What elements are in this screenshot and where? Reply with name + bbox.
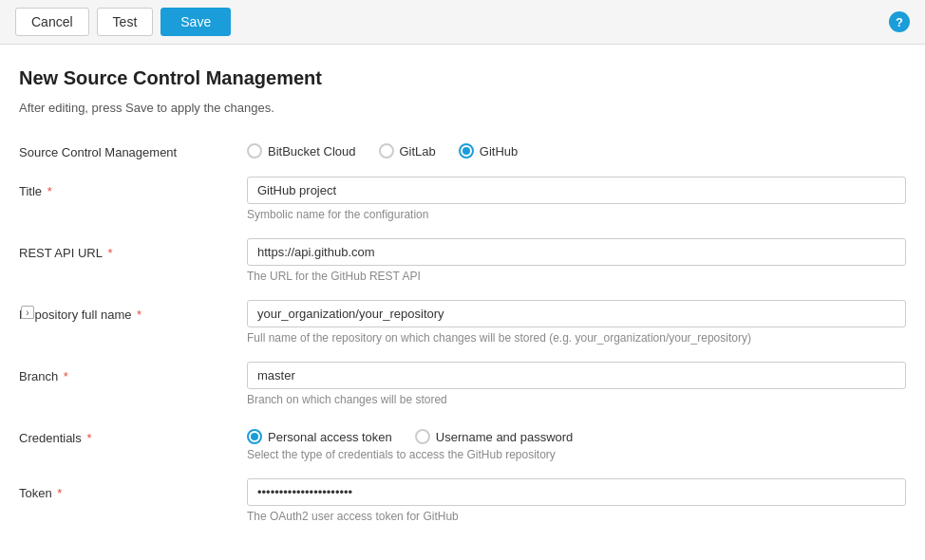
expand-icon[interactable]: › [21,306,34,319]
credentials-label: Credentials * [19,423,247,445]
scm-options: BitBucket Cloud GitLab GitHub [247,138,906,159]
scm-option-github[interactable]: GitHub [459,143,518,159]
title-label: Title * [19,177,247,198]
main-content: New Source Control Management After edit… [0,45,925,560]
page-subtitle: After editing, press Save to apply the c… [19,101,906,115]
rest-api-url-row: REST API URL * The URL for the GitHub RE… [19,238,906,283]
branch-input[interactable] [247,362,906,389]
test-button[interactable]: Test [97,8,154,36]
credentials-label-userpass: Username and password [436,430,574,444]
token-field: The OAuth2 user access token for GitHub [247,478,906,523]
title-field: Symbolic name for the configuration [247,177,906,221]
title-input[interactable] [247,177,906,204]
credentials-radio-pat[interactable] [247,429,262,444]
rest-api-url-label: REST API URL * [19,238,247,260]
repo-fullname-field: Full name of the repository on which cha… [247,300,906,345]
credentials-field: Personal access token Username and passw… [247,423,906,461]
scm-label: Source Control Management [19,138,247,159]
credentials-radio-userpass[interactable] [415,429,430,444]
scm-label-gitlab: GitLab [400,144,436,159]
token-row: Token * The OAuth2 user access token for… [19,478,906,523]
token-label: Token * [19,478,247,500]
help-button[interactable]: ? [889,11,910,32]
toolbar: Cancel Test Save ? [0,0,925,45]
scm-row: Source Control Management BitBucket Clou… [19,138,906,159]
save-button[interactable]: Save [160,8,231,36]
credentials-options: Personal access token Username and passw… [247,423,906,444]
scm-radio-github[interactable] [459,143,474,159]
scm-radio-bitbucket[interactable] [247,143,262,159]
scm-option-gitlab[interactable]: GitLab [379,143,436,159]
token-hint: The OAuth2 user access token for GitHub [247,510,906,523]
branch-hint: Branch on which changes will be stored [247,393,906,406]
repo-fullname-row: Repository full name * Full name of the … [19,300,906,345]
credentials-option-userpass[interactable]: Username and password [415,429,574,444]
credentials-row: Credentials * Personal access token User… [19,423,906,461]
page-title: New Source Control Management [19,67,906,89]
title-hint: Symbolic name for the configuration [247,208,906,221]
scm-option-bitbucket[interactable]: BitBucket Cloud [247,143,356,159]
repo-fullname-hint: Full name of the repository on which cha… [247,331,906,345]
rest-api-url-hint: The URL for the GitHub REST API [247,270,906,283]
credentials-option-pat[interactable]: Personal access token [247,429,392,444]
scm-label-bitbucket: BitBucket Cloud [268,144,356,159]
repo-fullname-input[interactable] [247,300,906,327]
scm-label-github: GitHub [480,144,518,159]
title-row: Title * Symbolic name for the configurat… [19,177,906,221]
branch-field: Branch on which changes will be stored [247,362,906,406]
scm-radio-gitlab[interactable] [379,143,394,159]
branch-row: Branch * Branch on which changes will be… [19,362,906,406]
credentials-label-pat: Personal access token [268,430,392,444]
rest-api-url-field: The URL for the GitHub REST API [247,238,906,283]
cancel-button[interactable]: Cancel [15,8,89,36]
token-input[interactable] [247,478,906,506]
branch-label: Branch * [19,362,247,383]
repo-fullname-label: Repository full name * [19,300,247,322]
rest-api-url-input[interactable] [247,238,906,266]
credentials-hint: Select the type of credentials to access… [247,448,906,461]
